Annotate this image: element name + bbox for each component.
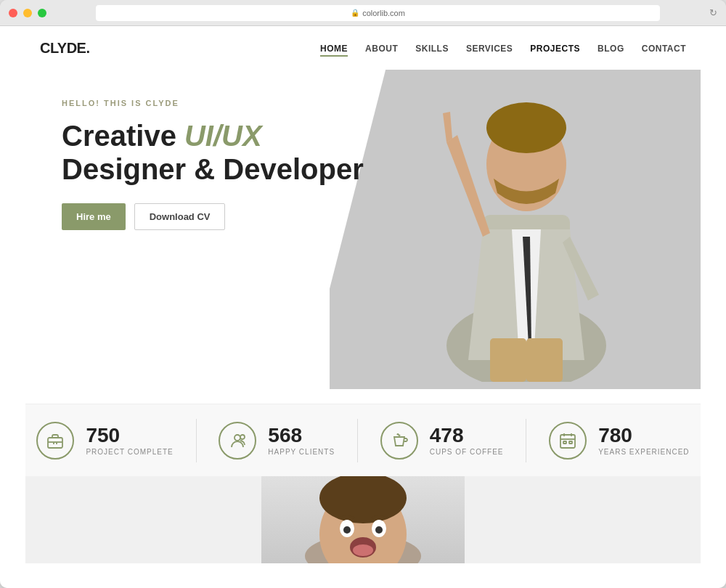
url-text: colorlib.com [362,9,405,17]
svg-rect-5 [526,338,563,382]
stat-coffee: 478 CUPS OF COFFEE [380,422,504,460]
nav-projects[interactable]: PROJECTS [530,44,580,54]
navbar: CLYDE. HOME ABOUT SKILLS SERVICES PROJEC… [25,26,701,70]
about-person-svg [261,476,465,563]
stat-divider-3 [526,419,526,462]
stat-project-number: 750 [86,425,173,446]
hero-title: Creative UI/UX Designer & Developer [62,119,364,186]
svg-point-3 [486,102,566,153]
fullscreen-button[interactable] [38,9,46,17]
stat-years-label: YEARS EXPERIENCED [598,448,689,456]
stat-years-number: 780 [598,425,689,446]
stat-divider-1 [196,419,197,462]
clients-icon [219,422,256,460]
hero-subtitle: HELLO! THIS IS CLYDE [62,99,364,107]
hero-title-line2: Designer & Developer [62,152,364,186]
stat-years-info: 780 YEARS EXPERIENCED [598,425,689,456]
hire-me-button[interactable]: Hire me [62,203,126,230]
download-cv-button[interactable]: Download CV [134,203,226,230]
stats-section: 750 PROJECT COMPLETE [25,404,701,476]
svg-point-26 [353,544,373,556]
stat-coffee-info: 478 CUPS OF COFFEE [430,425,504,456]
stat-clients-info: 568 HAPPY CLIENTS [268,425,335,456]
stat-project-info: 750 PROJECT COMPLETE [86,425,173,456]
hero-title-line1: Creative UI/UX [62,119,364,152]
briefcase-icon [36,422,74,460]
close-button[interactable] [9,9,17,17]
svg-rect-17 [569,441,572,444]
svg-rect-16 [563,441,566,444]
nav-blog[interactable]: BLOG [597,44,624,54]
about-person-head [261,476,465,563]
svg-point-10 [234,435,240,441]
address-bar[interactable]: 🔒 colorlib.com [96,5,660,21]
browser-titlebar: 🔒 colorlib.com ↻ [0,0,726,26]
svg-rect-4 [490,338,526,382]
stat-clients-label: HAPPY CLIENTS [268,448,335,456]
calendar-icon [549,422,587,460]
about-preview-section [25,476,701,563]
website-content: CLYDE. HOME ABOUT SKILLS SERVICES PROJEC… [0,26,726,588]
svg-rect-12 [560,435,575,448]
nav-contact[interactable]: CONTACT [642,44,686,54]
stat-divider-2 [357,419,358,462]
coffee-icon [380,422,418,460]
person-svg [425,70,628,382]
hero-content: HELLO! THIS IS CLYDE Creative UI/UX Desi… [62,99,364,230]
stat-project-label: PROJECT COMPLETE [86,448,173,456]
stat-project-complete: 750 PROJECT COMPLETE [36,422,173,460]
stat-happy-clients: 568 HAPPY CLIENTS [219,422,335,460]
stat-years: 780 YEARS EXPERIENCED [549,422,689,460]
svg-rect-6 [48,438,62,448]
stat-clients-number: 568 [268,425,335,446]
refresh-button[interactable]: ↻ [709,7,717,18]
svg-point-11 [240,435,245,439]
svg-point-23 [343,526,351,534]
nav-home[interactable]: HOME [320,44,348,57]
hero-highlight: UI/UX [184,120,262,152]
site-logo[interactable]: CLYDE. [40,40,90,57]
browser-window: 🔒 colorlib.com ↻ CLYDE. HOME ABOUT SKILL… [0,0,726,588]
minimize-button[interactable] [23,9,32,17]
nav-skills[interactable]: SKILLS [415,44,449,54]
hero-section: HELLO! THIS IS CLYDE Creative UI/UX Desi… [25,26,701,389]
nav-about[interactable]: ABOUT [365,44,398,54]
hero-buttons: Hire me Download CV [62,203,364,230]
site-wrapper: CLYDE. HOME ABOUT SKILLS SERVICES PROJEC… [0,26,726,588]
nav-services[interactable]: SERVICES [466,44,513,54]
stat-coffee-number: 478 [430,425,504,446]
svg-point-24 [375,526,383,534]
hero-person [410,62,643,382]
stat-coffee-label: CUPS OF COFFEE [430,448,504,456]
nav-links: HOME ABOUT SKILLS SERVICES PROJECTS BLOG… [320,41,686,54]
